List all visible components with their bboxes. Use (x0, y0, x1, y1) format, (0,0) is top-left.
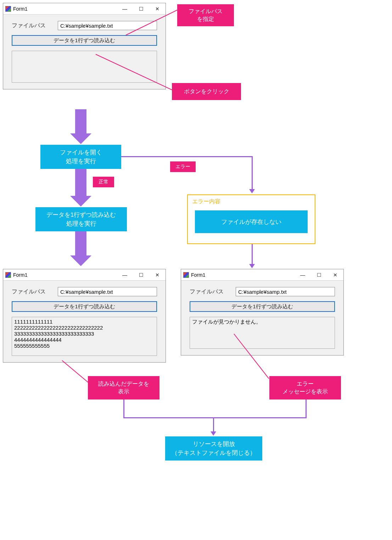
close-button[interactable]: ✕ (327, 269, 343, 281)
titlebar: Form1 — ☐ ✕ (3, 269, 166, 281)
callout-show-error: エラー メッセージを表示 (269, 376, 341, 400)
titlebar: Form1 — ☐ ✕ (3, 3, 166, 15)
minimize-button[interactable]: — (117, 3, 133, 15)
window-title: Form1 (13, 272, 117, 278)
filepath-input[interactable] (58, 287, 157, 296)
app-icon (5, 6, 11, 12)
window-title: Form1 (191, 272, 295, 278)
form-error: Form1 — ☐ ✕ ファイルパス データを1行ずつ読み込む ファイルが見つか… (181, 269, 344, 356)
form-success: Form1 — ☐ ✕ ファイルパス データを1行ずつ読み込む 11111111… (3, 269, 166, 363)
minimize-button[interactable]: — (295, 269, 311, 281)
filepath-label: ファイルパス (12, 22, 58, 29)
error-panel-title: エラー内容 (188, 195, 315, 207)
tag-error: エラー (170, 161, 196, 172)
maximize-button[interactable]: ☐ (133, 269, 149, 281)
filepath-label: ファイルパス (12, 288, 58, 296)
read-button[interactable]: データを1行ずつ読み込む (12, 35, 157, 46)
connector (252, 156, 253, 190)
callout-show-data: 読み込んだデータを 表示 (88, 376, 159, 400)
output-area: 1111111111111 22222222222222222222222222… (12, 317, 157, 356)
maximize-button[interactable]: ☐ (311, 269, 327, 281)
flow-arrow-icon (75, 231, 86, 256)
callout-line (62, 360, 89, 384)
maximize-button[interactable]: ☐ (133, 3, 149, 15)
error-panel: エラー内容 ファイルが存在しない (187, 194, 315, 244)
app-icon (5, 272, 11, 278)
output-area: ファイルが見つかりません。 (190, 317, 335, 349)
window-title: Form1 (13, 6, 117, 12)
filepath-label: ファイルパス (190, 288, 236, 296)
flow-read-data: データを1行ずつ読み込む 処理を実行 (35, 207, 127, 231)
filepath-input[interactable] (236, 287, 335, 296)
flow-arrow-icon (75, 169, 86, 197)
flow-release: リソースを開放 （テキストファイルを閉じる） (165, 436, 262, 461)
connector (123, 417, 307, 418)
titlebar: Form1 — ☐ ✕ (181, 269, 343, 281)
connector (306, 400, 307, 417)
connector (121, 156, 252, 157)
close-button[interactable]: ✕ (149, 3, 166, 15)
flow-open-file: ファイルを開く 処理を実行 (40, 145, 121, 169)
filepath-input[interactable] (58, 21, 157, 30)
read-button[interactable]: データを1行ずつ読み込む (12, 301, 157, 312)
read-button[interactable]: データを1行ずつ読み込む (190, 301, 335, 312)
flow-arrow-icon (75, 109, 86, 134)
tag-normal: 正常 (93, 177, 114, 187)
callout-click: ボタンをクリック (172, 83, 241, 100)
callout-filepath: ファイルパス を指定 (177, 4, 234, 26)
close-button[interactable]: ✕ (149, 269, 166, 281)
output-area (12, 51, 157, 83)
minimize-button[interactable]: — (117, 269, 133, 281)
connector (123, 400, 124, 417)
connector (252, 244, 253, 265)
form-top: Form1 — ☐ ✕ ファイルパス データを1行ずつ読み込む (3, 3, 166, 89)
error-item: ファイルが存在しない (195, 210, 308, 233)
connector (213, 417, 214, 432)
app-icon (183, 272, 189, 278)
